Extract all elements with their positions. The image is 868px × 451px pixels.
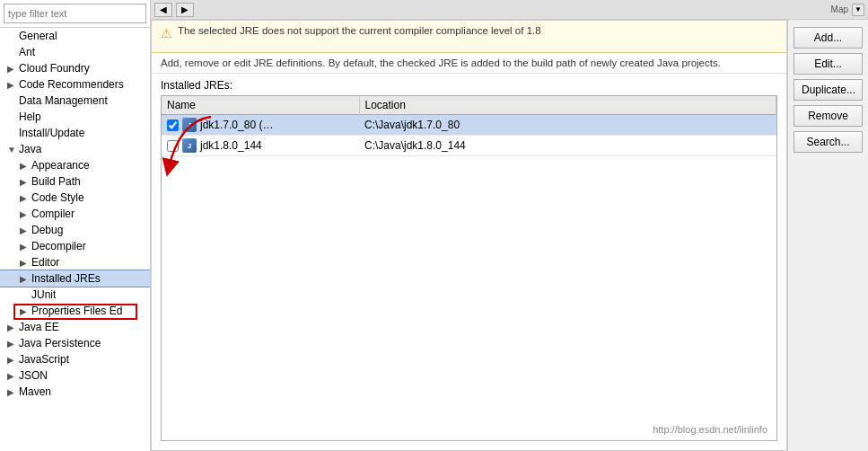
arrow-icon-cloud-foundry: ▶ — [7, 64, 16, 74]
sidebar-label-compiler: Compiler — [31, 208, 75, 220]
sidebar-item-compiler[interactable]: ▶Compiler — [0, 206, 150, 222]
button-column: Add...Edit...Duplicate...RemoveSearch... — [787, 20, 868, 451]
arrow-icon-javascript: ▶ — [7, 355, 16, 365]
sidebar-item-debug[interactable]: ▶Debug — [0, 222, 150, 238]
sidebar-label-editor: Editor — [31, 256, 59, 269]
arrow-icon-code-style: ▶ — [20, 193, 29, 203]
sidebar-label-installed-jres: Installed JREs — [31, 272, 101, 285]
main-content: ⚠ The selected JRE does not support the … — [151, 20, 787, 451]
arrow-icon-json: ▶ — [7, 371, 16, 381]
sidebar-item-cloud-foundry[interactable]: ▶Cloud Foundry — [0, 60, 150, 76]
tree-area: GeneralAnt▶Cloud Foundry▶Code Recommende… — [0, 28, 150, 451]
sidebar-label-code-recommenders: Code Recommenders — [19, 78, 124, 91]
jre-name-cell-1[interactable]: Jjdk1.8.0_144 — [162, 136, 359, 156]
sidebar-item-general[interactable]: General — [0, 28, 150, 44]
warning-text: The selected JRE does not support the cu… — [178, 25, 541, 36]
sidebar-label-java: Java — [19, 143, 41, 155]
jre-checkbox-0[interactable] — [167, 119, 179, 131]
sidebar: GeneralAnt▶Cloud Foundry▶Code Recommende… — [0, 0, 151, 451]
back-button[interactable]: ◀ — [154, 3, 172, 17]
jre-name-0: jdk1.7.0_80 (… — [200, 119, 273, 131]
jre-table-wrap: Name Location Jjdk1.7.0_80 (…C:\Java\jdk… — [161, 95, 777, 441]
sidebar-item-junit[interactable]: JUnit — [0, 287, 150, 303]
sidebar-item-properties-files[interactable]: ▶Properties Files Ed — [0, 303, 150, 319]
sidebar-item-javascript[interactable]: ▶JavaScript — [0, 351, 150, 367]
warning-icon: ⚠ — [161, 26, 172, 40]
sidebar-item-ant[interactable]: Ant — [0, 44, 150, 60]
forward-button[interactable]: ▶ — [176, 3, 194, 17]
map-button[interactable]: ▼ — [852, 4, 864, 16]
action-btn-remove[interactable]: Remove — [793, 105, 863, 127]
sidebar-item-code-recommenders[interactable]: ▶Code Recommenders — [0, 76, 150, 93]
sidebar-item-java[interactable]: ▼Java — [0, 141, 150, 157]
sidebar-item-build-path[interactable]: ▶Build Path — [0, 173, 150, 190]
jre-icon-0: J — [182, 118, 197, 132]
sidebar-label-appearance: Appearance — [31, 159, 90, 172]
sidebar-item-data-management[interactable]: Data Management — [0, 93, 150, 109]
sidebar-item-maven[interactable]: ▶Maven — [0, 384, 150, 400]
arrow-icon-compiler: ▶ — [20, 209, 29, 219]
arrow-icon-build-path: ▶ — [20, 177, 29, 187]
arrow-icon-debug: ▶ — [20, 226, 29, 235]
sidebar-label-debug: Debug — [31, 224, 63, 236]
sidebar-label-install-update: Install/Update — [19, 127, 84, 139]
sidebar-item-code-style[interactable]: ▶Code Style — [0, 190, 150, 206]
sidebar-label-junit: JUnit — [31, 288, 56, 301]
sidebar-item-help[interactable]: Help — [0, 109, 150, 125]
arrow-icon-java-persistence: ▶ — [7, 339, 16, 349]
arrow-icon-appearance: ▶ — [20, 161, 29, 171]
sidebar-label-java-persistence: Java Persistence — [19, 337, 101, 349]
sidebar-label-data-management: Data Management — [19, 94, 108, 107]
filter-input[interactable] — [4, 4, 146, 23]
sidebar-label-javascript: JavaScript — [19, 353, 69, 366]
sidebar-item-editor[interactable]: ▶Editor — [0, 254, 150, 270]
arrow-icon-editor: ▶ — [20, 258, 29, 268]
sidebar-label-java-ee: Java EE — [19, 321, 59, 333]
sidebar-label-json: JSON — [19, 369, 48, 382]
sidebar-item-install-update[interactable]: Install/Update — [0, 125, 150, 141]
sidebar-label-maven: Maven — [19, 385, 51, 398]
sidebar-label-code-style: Code Style — [31, 191, 84, 204]
jre-icon-1: J — [182, 138, 197, 153]
sidebar-item-java-persistence[interactable]: ▶Java Persistence — [0, 335, 150, 351]
watermark: http://blog.esdn.net/linlinfo — [653, 424, 767, 435]
arrow-icon-java: ▼ — [7, 145, 16, 155]
description-text: Add, remove or edit JRE definitions. By … — [161, 57, 721, 68]
jre-name-1: jdk1.8.0_144 — [200, 139, 262, 152]
map-label: Map — [831, 4, 848, 14]
sidebar-item-java-ee[interactable]: ▶Java EE — [0, 319, 150, 335]
sidebar-label-help: Help — [19, 111, 41, 123]
description-bar: Add, remove or edit JRE definitions. By … — [152, 53, 786, 74]
table-row[interactable]: Jjdk1.8.0_144C:\Java\jdk1.8.0_144 — [162, 136, 776, 156]
col-header-name: Name — [162, 96, 359, 115]
sidebar-item-installed-jres[interactable]: ▶Installed JREs — [0, 270, 150, 287]
table-row[interactable]: Jjdk1.7.0_80 (…C:\Java\jdk1.7.0_80 — [162, 115, 776, 136]
arrow-icon-maven: ▶ — [7, 387, 16, 397]
sidebar-label-decompiler: Decompiler — [31, 240, 86, 252]
arrow-icon-properties-files: ▶ — [20, 306, 29, 316]
sidebar-label-build-path: Build Path — [31, 175, 81, 188]
jre-name-cell-0[interactable]: Jjdk1.7.0_80 (… — [162, 115, 359, 136]
sidebar-label-cloud-foundry: Cloud Foundry — [19, 62, 90, 75]
installed-label: Installed JREs: — [152, 74, 786, 95]
sidebar-item-appearance[interactable]: ▶Appearance — [0, 157, 150, 173]
action-btn-duplicate[interactable]: Duplicate... — [793, 79, 863, 101]
arrow-icon-decompiler: ▶ — [20, 242, 29, 252]
sidebar-label-properties-files: Properties Files Ed — [31, 305, 122, 317]
sidebar-item-json[interactable]: ▶JSON — [0, 367, 150, 384]
arrow-icon-java-ee: ▶ — [7, 323, 16, 332]
jre-table: Name Location Jjdk1.7.0_80 (…C:\Java\jdk… — [162, 96, 776, 156]
action-btn-add[interactable]: Add... — [793, 27, 863, 49]
jre-checkbox-1[interactable] — [167, 140, 179, 152]
arrow-icon-code-recommenders: ▶ — [7, 80, 16, 90]
jre-location-cell-0: C:\Java\jdk1.7.0_80 — [359, 115, 776, 136]
sidebar-label-general: General — [19, 30, 57, 42]
sidebar-label-ant: Ant — [19, 46, 35, 58]
col-header-location: Location — [359, 96, 776, 115]
filter-input-wrap — [0, 0, 150, 28]
arrow-icon-installed-jres: ▶ — [20, 274, 29, 284]
action-btn-edit[interactable]: Edit... — [793, 53, 863, 75]
sidebar-item-decompiler[interactable]: ▶Decompiler — [0, 238, 150, 254]
jre-location-cell-1: C:\Java\jdk1.8.0_144 — [359, 136, 776, 156]
action-btn-search[interactable]: Search... — [793, 131, 863, 153]
